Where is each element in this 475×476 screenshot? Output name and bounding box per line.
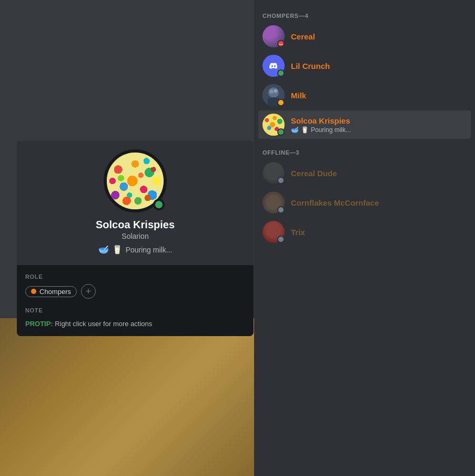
profile-card: Solcoa Krispies Solarion 🥣 🥛 Pouring mil…	[17, 141, 254, 336]
svg-rect-11	[268, 228, 279, 230]
milk-status-dot	[277, 99, 285, 106]
member-item-cereal[interactable]: — Cereal	[258, 22, 471, 50]
add-role-icon: +	[86, 286, 92, 297]
protip-label: PROTIP:	[25, 320, 53, 328]
member-avatar-wrap-trix	[262, 221, 285, 243]
member-avatar-wrap-cornflakes	[262, 191, 285, 214]
member-name-solcoa: Solcoa Krispies	[291, 116, 467, 125]
member-info-cornflakes: Cornflakes McCornface	[291, 198, 467, 207]
status-emoji-2: 🥛	[112, 245, 123, 255]
member-info-cereal: Cereal	[291, 32, 467, 41]
member-item-trix[interactable]: Trix	[258, 218, 471, 246]
member-name-milk: Milk	[291, 91, 467, 100]
cornflakes-status-dot	[277, 206, 285, 214]
status-emoji-1: 🥣	[98, 245, 109, 255]
profile-card-body: ROLE Chompers + NOTE PROTIP: Right click…	[17, 265, 254, 336]
cereal-status-dot: —	[277, 40, 285, 47]
member-list-panel: CHOMPERS—4 — Cereal	[254, 0, 475, 476]
member-item-lil-crunch[interactable]: Lil Crunch	[258, 52, 471, 80]
member-info-solcoa: Solcoa Krispies 🥣 🥛 Pouring milk...	[291, 116, 467, 134]
protip-text: PROTIP: Right click user for more action…	[25, 320, 245, 328]
protip-description: Right click user for more actions	[55, 320, 152, 328]
member-avatar-wrap-milk	[262, 84, 285, 106]
role-row: Chompers +	[25, 284, 245, 299]
note-section-label: NOTE	[25, 307, 245, 313]
svg-point-3	[271, 37, 276, 42]
member-info-lil-crunch: Lil Crunch	[291, 62, 467, 70]
member-item-cereal-dude[interactable]: Cereal Dude	[258, 159, 471, 187]
member-name-cornflakes: Cornflakes McCornface	[291, 198, 467, 207]
profile-username: Solcoa Krispies	[96, 219, 175, 231]
background-image	[0, 318, 258, 476]
profile-subtitle: Solarion	[122, 232, 148, 240]
svg-point-2	[274, 32, 277, 35]
lil-crunch-status-dot	[277, 69, 285, 77]
member-name-trix: Trix	[291, 228, 467, 237]
status-text: Pouring milk...	[126, 246, 173, 254]
category-header-online: CHOMPERS—4	[258, 8, 471, 21]
member-avatar-wrap-cereal-dude	[262, 162, 285, 184]
member-name-lil-crunch: Lil Crunch	[291, 62, 467, 70]
activity-text: Pouring milk...	[311, 126, 351, 134]
solcoa-status-dot	[277, 128, 285, 136]
member-name-cereal: Cereal	[291, 32, 467, 41]
member-item-cornflakes[interactable]: Cornflakes McCornface	[258, 188, 471, 217]
svg-point-8	[274, 89, 278, 93]
note-section: NOTE	[25, 307, 245, 313]
member-activity-solcoa: 🥣 🥛 Pouring milk...	[291, 126, 467, 134]
member-item-milk[interactable]: Milk	[258, 81, 471, 109]
profile-status: 🥣 🥛 Pouring milk...	[98, 245, 173, 255]
profile-card-header: Solcoa Krispies Solarion 🥣 🥛 Pouring mil…	[17, 141, 254, 265]
activity-emoji-2: 🥛	[301, 126, 309, 134]
activity-emoji-1: 🥣	[291, 126, 299, 134]
role-badge-chompers[interactable]: Chompers	[25, 286, 77, 297]
svg-point-12	[272, 222, 275, 225]
member-info-trix: Trix	[291, 228, 467, 237]
role-color-dot	[31, 289, 36, 294]
add-role-button[interactable]: +	[81, 284, 96, 299]
role-section-label: ROLE	[25, 274, 245, 280]
trix-status-dot	[277, 236, 285, 243]
member-item-solcoa-krispies[interactable]: Solcoa Krispies 🥣 🥛 Pouring milk...	[258, 110, 471, 139]
member-avatar-wrap-solcoa	[262, 114, 285, 136]
member-name-cereal-dude: Cereal Dude	[291, 169, 467, 178]
svg-point-1	[269, 32, 274, 36]
role-badge-label: Chompers	[39, 288, 71, 296]
online-status-badge	[153, 199, 165, 210]
cereal-dude-status-dot	[277, 177, 285, 184]
member-info-milk: Milk	[291, 91, 467, 100]
profile-avatar-wrapper	[104, 149, 167, 212]
member-avatar-wrap-lil-crunch	[262, 55, 285, 77]
svg-point-10	[269, 225, 278, 234]
category-header-offline: OFFLINE—3	[258, 145, 471, 158]
member-info-cereal-dude: Cereal Dude	[291, 169, 467, 178]
member-avatar-wrap-cereal: —	[262, 25, 285, 47]
svg-point-7	[269, 89, 274, 94]
